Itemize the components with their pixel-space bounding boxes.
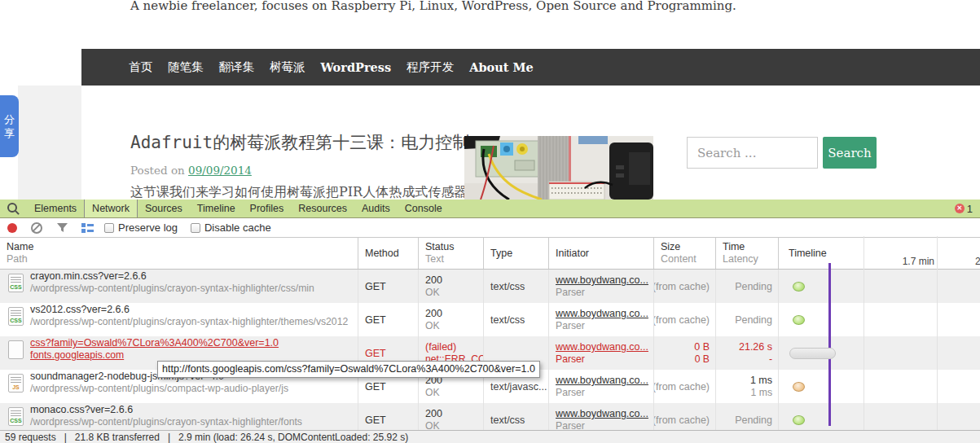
clear-icon[interactable] [31,222,42,234]
column-header-name[interactable]: NamePath [0,238,358,269]
article-photo [464,136,653,200]
css-file-icon: CSS [8,407,24,426]
search-button[interactable]: Search [823,137,877,169]
initiator-link[interactable]: www.boydwang.co... [556,274,653,287]
nav-item-programming[interactable]: 程序开发 [407,59,454,75]
filter-icon[interactable] [57,223,68,233]
failed-request-host-link[interactable]: fonts.googleapis.com [30,349,279,362]
column-header-size[interactable]: SizeContent [654,238,716,269]
devtools-statusbar: 59 requests | 21.8 KB transferred | 2.9 … [0,430,980,443]
timeline-marker-orange [793,382,805,392]
site-tagline: A newbie freelancer, focuses on Raspberr… [130,0,736,13]
column-header-time[interactable]: TimeLatency [716,238,779,269]
failed-request-link[interactable]: css?family=Oswald%7CLora%3A400%2C700&ver… [30,336,279,349]
tab-network[interactable]: Network [84,200,138,217]
raspberry-pi-photo-illustration [464,136,653,200]
network-table-header: NamePath Method StatusText Type Initiato… [0,238,980,270]
nav-item-essays[interactable]: 随笔集 [168,59,204,75]
share-button[interactable]: 分享 [0,95,19,157]
timeline-gridline [864,236,864,430]
timeline-gridline [937,236,938,430]
record-icon[interactable] [7,223,17,233]
css-file-icon: CSS [8,307,24,326]
network-toolbar: Preserve log Disable cache [0,218,980,238]
error-counter[interactable]: ✕ 1 [955,200,973,217]
nav-item-translations[interactable]: 翻译集 [219,59,255,75]
timeline-bar-failed [789,348,836,359]
disable-cache-label: Disable cache [204,222,271,234]
request-row-crayon-css[interactable]: CSS crayon.min.css?ver=2.6.6/wordpress/w… [0,270,980,303]
timeline-scale-label: 1.7 min [903,256,934,267]
article-title[interactable]: Adafruit的树莓派教程第十三课：电力控制 [130,131,469,154]
column-header-type[interactable]: Type [484,238,549,269]
initiator-link[interactable]: www.boydwang.co... [556,340,653,353]
error-count: 1 [967,203,973,215]
search-input[interactable] [687,137,818,169]
initiator-link[interactable]: www.boydwang.co... [556,307,653,320]
column-header-status[interactable]: StatusText [419,238,484,269]
nav-item-home[interactable]: 首页 [129,59,152,75]
nav-item-wordpress[interactable]: WordPress [321,60,392,74]
tab-sources[interactable]: Sources [138,200,190,217]
timeline-marker-green [793,415,805,425]
css-file-icon: CSS [8,274,24,292]
main-nav: 首页 随笔集 翻译集 树莓派 WordPress 程序开发 About Me [81,49,980,86]
disable-cache-checkbox[interactable] [191,223,200,233]
tab-console[interactable]: Console [398,200,450,217]
dom-content-loaded-marker [828,263,831,426]
preserve-log-checkbox[interactable] [104,223,114,233]
search-icon[interactable] [7,203,17,213]
url-tooltip: http://fonts.googleapis.com/css?family=O… [157,361,540,378]
nav-item-raspberrypi[interactable]: 树莓派 [270,59,305,75]
posted-date-link[interactable]: 09/09/2014 [188,164,252,177]
timeline-marker-green [793,315,805,325]
error-icon: ✕ [955,204,965,213]
posted-meta: Posted on 09/09/2014 [130,164,252,177]
js-file-icon: JS [8,374,24,393]
network-request-list: CSS crayon.min.css?ver=2.6.6/wordpress/w… [0,270,980,436]
preserve-log-label: Preserve log [118,222,178,234]
column-header-initiator[interactable]: Initiator [549,238,654,269]
tab-profiles[interactable]: Profiles [243,200,292,217]
column-header-method[interactable]: Method [358,238,419,269]
devtools-panel: Elements Network Sources Timeline Profil… [0,200,980,443]
devtools-tabbar: Elements Network Sources Timeline Profil… [0,200,980,218]
column-header-timeline[interactable]: Timeline 1.7 min 2 [779,238,980,269]
request-row-vs2012-css[interactable]: CSS vs2012.css?ver=2.6.6/wordpress/wp-co… [0,303,980,336]
tab-elements[interactable]: Elements [27,200,84,217]
initiator-link[interactable]: www.boydwang.co... [556,407,653,420]
left-rail [18,86,81,200]
posted-label: Posted on [130,164,188,177]
initiator-link[interactable]: www.boydwang.co... [556,374,653,387]
timeline-scale-label-next: 2 [975,256,980,267]
nav-item-about[interactable]: About Me [469,60,534,74]
resource-rows-toggle-icon[interactable] [81,223,94,233]
document-file-icon [8,340,24,359]
tab-timeline[interactable]: Timeline [190,200,243,217]
tab-resources[interactable]: Resources [291,200,354,217]
tab-audits[interactable]: Audits [354,200,398,217]
timeline-marker-green [793,282,805,292]
